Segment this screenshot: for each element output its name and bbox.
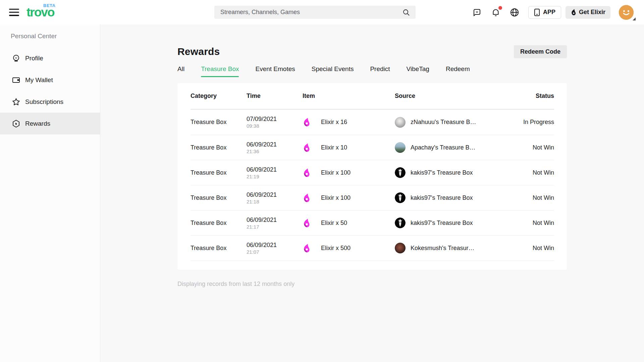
cell-date: 06/09/2021 xyxy=(247,141,303,148)
tab-all[interactable]: All xyxy=(177,65,184,77)
redeem-code-button[interactable]: Redeem Code xyxy=(514,45,567,58)
main-content: Rewards Redeem Code AllTreasure BoxEvent… xyxy=(101,24,644,362)
item-label: Elixir x 100 xyxy=(321,169,351,176)
column-header-status: Status xyxy=(522,93,554,100)
sidebar-item-label: Profile xyxy=(25,55,43,62)
column-header-source: Source xyxy=(395,93,522,100)
cell-item: Elixir x 16 xyxy=(303,117,395,127)
sidebar-item-my-wallet[interactable]: My Wallet xyxy=(0,69,100,91)
sidebar-item-subscriptions[interactable]: Subscriptions xyxy=(0,91,100,113)
source-label: kakis97's Treasure Box xyxy=(411,169,473,176)
page-title: Rewards xyxy=(177,46,220,57)
tab-redeem[interactable]: Redeem xyxy=(446,65,470,77)
item-label: Elixir x 500 xyxy=(321,245,351,252)
search-input[interactable] xyxy=(214,6,402,19)
cell-clock: 09:38 xyxy=(247,123,303,129)
cell-status: In Progress xyxy=(522,119,554,126)
column-header-item: Item xyxy=(303,93,395,100)
cell-time: 06/09/202121:36 xyxy=(247,141,303,155)
app-button-label: APP xyxy=(543,9,555,16)
app-download-button[interactable]: APP xyxy=(528,6,561,19)
user-avatar[interactable] xyxy=(619,5,634,20)
profile-icon xyxy=(12,54,20,63)
cell-status: Not Win xyxy=(522,220,554,227)
cell-category: Treasure Box xyxy=(191,245,247,252)
subscriptions-star-icon xyxy=(12,98,20,106)
column-header-category: Category xyxy=(191,93,247,100)
cell-source: zNahuuu's Treasure B… xyxy=(395,117,522,128)
rewards-tabs: AllTreasure BoxEvent EmotesSpecial Event… xyxy=(177,65,567,77)
cell-category: Treasure Box xyxy=(191,144,247,151)
cell-date: 07/09/2021 xyxy=(247,115,303,123)
source-label: zNahuuu's Treasure B… xyxy=(411,119,476,126)
item-label: Elixir x 16 xyxy=(321,119,347,126)
cell-clock: 21:19 xyxy=(247,173,303,180)
cell-time: 07/09/202109:38 xyxy=(247,115,303,129)
tab-predict[interactable]: Predict xyxy=(370,65,390,77)
cell-time: 06/09/202121:17 xyxy=(247,216,303,230)
sidebar-item-label: My Wallet xyxy=(25,76,53,84)
elixir-icon xyxy=(303,117,311,127)
cell-source: Apachay's Treasure B… xyxy=(395,142,522,153)
table-row: Treasure Box06/09/202121:18 Elixir x 100… xyxy=(191,185,554,210)
cell-status: Not Win xyxy=(522,144,554,151)
trovo-logo[interactable]: trovo BETA xyxy=(26,6,54,18)
cell-item: Elixir x 10 xyxy=(303,142,395,153)
hamburger-menu-icon[interactable] xyxy=(9,9,19,16)
search-bar[interactable] xyxy=(214,6,416,19)
cell-clock: 21:17 xyxy=(247,224,303,230)
topbar-actions: APP Get Elixir xyxy=(472,0,644,24)
sidebar-item-label: Rewards xyxy=(25,120,50,127)
cell-time: 06/09/202121:07 xyxy=(247,241,303,255)
source-avatar xyxy=(395,167,406,178)
cell-source: Kokesmush's Treasur… xyxy=(395,243,522,253)
source-avatar xyxy=(395,243,406,253)
cell-category: Treasure Box xyxy=(191,169,247,176)
cell-date: 06/09/2021 xyxy=(247,166,303,173)
cell-clock: 21:07 xyxy=(247,249,303,255)
notification-dot xyxy=(498,6,502,10)
search-icon[interactable] xyxy=(402,8,410,16)
item-label: Elixir x 50 xyxy=(321,220,347,227)
cell-status: Not Win xyxy=(522,194,554,201)
table-row: Treasure Box06/09/202121:19 Elixir x 100… xyxy=(191,160,554,185)
source-avatar xyxy=(395,192,406,203)
cell-source: kakis97's Treasure Box xyxy=(395,192,522,203)
cell-clock: 21:18 xyxy=(247,198,303,205)
rewards-gem-icon xyxy=(12,119,20,128)
phone-icon xyxy=(534,8,540,16)
cell-status: Not Win xyxy=(522,245,554,252)
elixir-icon xyxy=(303,193,311,203)
get-elixir-button[interactable]: Get Elixir xyxy=(566,6,610,19)
sidebar: Personal Center Profile My Wallet Subscr… xyxy=(0,24,100,362)
top-navigation-bar: trovo BETA xyxy=(0,0,644,24)
column-header-time: Time xyxy=(247,93,303,100)
wallet-icon xyxy=(12,76,20,84)
table-row: Treasure Box06/09/202121:17 Elixir x 50 … xyxy=(191,210,554,235)
cell-status: Not Win xyxy=(522,169,554,176)
elixir-dark-icon xyxy=(571,9,576,16)
item-label: Elixir x 10 xyxy=(321,144,347,151)
notifications-bell-icon[interactable] xyxy=(491,7,501,17)
tab-special-events[interactable]: Special Events xyxy=(312,65,354,77)
tab-event-emotes[interactable]: Event Emotes xyxy=(255,65,295,77)
cell-source: kakis97's Treasure Box xyxy=(395,167,522,178)
language-globe-icon[interactable] xyxy=(509,7,520,17)
sidebar-section-header: Personal Center xyxy=(11,33,100,40)
source-avatar xyxy=(395,218,406,228)
cell-clock: 21:36 xyxy=(247,148,303,155)
elixir-icon xyxy=(303,218,311,228)
cell-time: 06/09/202121:19 xyxy=(247,166,303,180)
source-label: Kokesmush's Treasur… xyxy=(411,245,475,252)
elixir-icon xyxy=(303,168,311,178)
cell-item: Elixir x 100 xyxy=(303,168,395,178)
sidebar-item-rewards[interactable]: Rewards xyxy=(0,113,100,134)
logo-beta-badge: BETA xyxy=(43,3,55,8)
sidebar-item-profile[interactable]: Profile xyxy=(0,47,100,69)
tab-treasure-box[interactable]: Treasure Box xyxy=(201,65,239,77)
cell-category: Treasure Box xyxy=(191,119,247,126)
chat-icon[interactable] xyxy=(472,7,482,17)
source-label: kakis97's Treasure Box xyxy=(411,194,473,201)
source-label: Apachay's Treasure B… xyxy=(411,144,476,151)
tab-vibetag[interactable]: VibeTag xyxy=(407,65,429,77)
